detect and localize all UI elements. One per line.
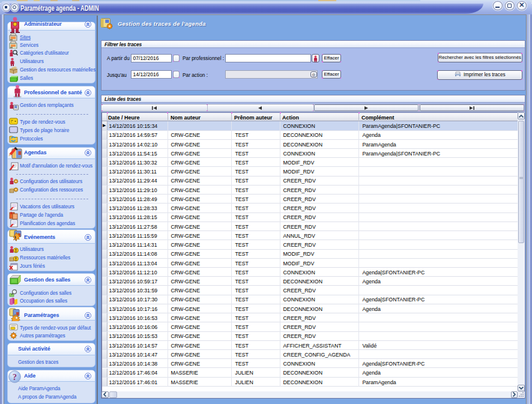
svg-text:?: ? [13,372,17,382]
svg-text:R: R [14,105,17,109]
